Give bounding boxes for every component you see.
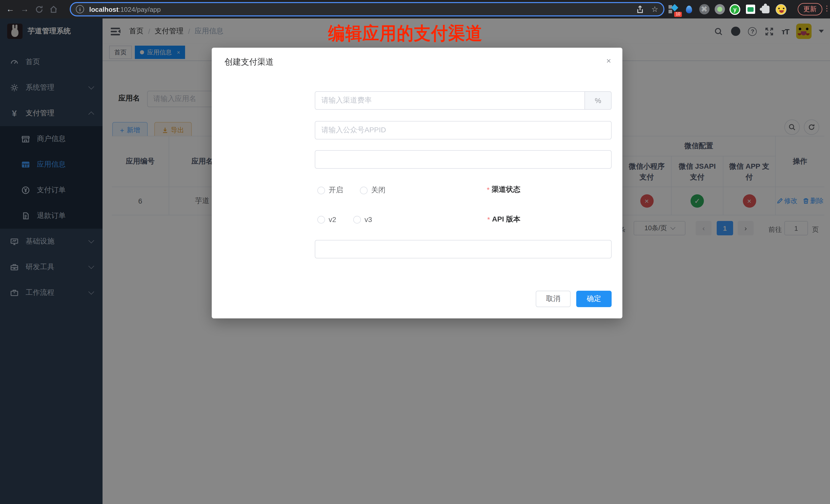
url-text: localhost:1024/pay/app [89, 5, 161, 13]
appid-input[interactable]: 请输入公众号APPID [315, 121, 612, 139]
cancel-button[interactable]: 取消 [536, 291, 571, 307]
rate-input[interactable]: 请输入渠道费率 [315, 91, 585, 110]
annotation-text: 编辑应用的支付渠道 [328, 22, 519, 45]
profile-emoji-avatar[interactable] [776, 4, 787, 14]
share-icon[interactable] [635, 5, 644, 13]
radio-label: v2 [329, 215, 336, 224]
confirm-button[interactable]: 确定 [576, 291, 612, 307]
merchant-input[interactable] [315, 150, 612, 169]
dialog-title: 创建支付渠道 [225, 57, 274, 68]
extensions-puzzle-icon[interactable] [760, 4, 771, 14]
radio-circle-icon [360, 186, 368, 194]
extensions-row: 10 ⌘ y [668, 0, 787, 19]
browser-reload-button[interactable] [32, 2, 46, 17]
update-label: 更新 [803, 5, 817, 14]
radio-circle-icon [317, 186, 325, 194]
api-v3-radio[interactable]: v3 [353, 215, 372, 224]
field-label-status: 渠道状态 [487, 181, 520, 199]
url-host: localhost [89, 5, 119, 13]
field-label-api-version: API 版本 [487, 210, 520, 229]
create-pay-channel-dialog: 创建支付渠道 × 渠道费率 请输入渠道费率 % 公众号APPID 请输入公众号A… [212, 48, 622, 318]
radio-circle-icon [317, 216, 325, 223]
input-placeholder: 请输入渠道费率 [321, 96, 372, 105]
browser-home-button[interactable] [46, 2, 61, 17]
bookmark-star-icon[interactable]: ☆ [651, 5, 658, 14]
extension-chat-icon[interactable] [745, 4, 756, 14]
browser-toolbar: ← → i localhost:1024/pay/app ☆ 10 ⌘ y [0, 0, 830, 19]
dialog-close-icon[interactable]: × [606, 57, 611, 65]
remark-input[interactable] [315, 240, 612, 258]
url-path: :1024/pay/app [119, 5, 161, 13]
extension-diamond-icon[interactable]: 10 [668, 4, 679, 14]
api-v2-radio[interactable]: v2 [317, 215, 336, 224]
status-on-radio[interactable]: 开启 [317, 186, 343, 195]
browser-back-button[interactable]: ← [3, 2, 18, 17]
extension-balloon-icon[interactable] [683, 4, 694, 14]
radio-label: 关闭 [371, 186, 385, 195]
site-info-icon[interactable]: i [76, 5, 84, 13]
extension-y-icon[interactable]: y [730, 4, 740, 14]
extension-record-icon[interactable] [714, 4, 725, 14]
browser-menu-kebab-icon[interactable]: ⋮ [823, 4, 830, 12]
browser-forward-button[interactable]: → [18, 2, 32, 17]
extension-command-icon[interactable]: ⌘ [699, 4, 709, 14]
status-off-radio[interactable]: 关闭 [360, 186, 385, 195]
reload-icon [35, 5, 43, 13]
radio-label: v3 [364, 215, 372, 224]
extension-badge: 10 [674, 11, 682, 17]
screen: ← → i localhost:1024/pay/app ☆ 10 ⌘ y [0, 0, 830, 504]
input-placeholder: 请输入公众号APPID [321, 126, 386, 135]
address-bar[interactable]: i localhost:1024/pay/app ☆ [70, 2, 664, 17]
radio-circle-icon [353, 216, 361, 223]
radio-label: 开启 [329, 186, 343, 195]
browser-update-button[interactable]: 更新 [798, 3, 822, 15]
rate-append-unit: % [585, 91, 612, 110]
home-icon [49, 5, 58, 13]
